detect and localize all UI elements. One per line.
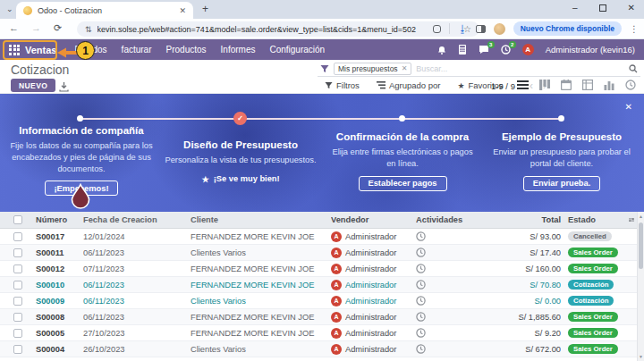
cell-activities[interactable] [416, 248, 487, 257]
table-row[interactable]: S00017 12/01/2024 FERNANDEZ MORE KEVIN J… [0, 229, 637, 245]
kanban-view-icon[interactable] [539, 80, 550, 90]
cell-number[interactable]: S00005 [36, 329, 83, 338]
cell-number[interactable]: S00008 [36, 313, 83, 322]
cell-activities[interactable] [416, 280, 487, 290]
search-input[interactable] [416, 64, 624, 73]
menu-productos[interactable]: Productos [166, 45, 207, 55]
cell-date[interactable]: 27/10/2023 [83, 329, 191, 338]
window-close-icon[interactable]: ✕ [628, 3, 635, 13]
cell-vendor[interactable]: A Administrador [331, 231, 416, 242]
header-number[interactable]: Número [36, 215, 83, 224]
search-icon[interactable] [629, 64, 638, 73]
row-checkbox[interactable] [13, 313, 22, 322]
url-text[interactable]: kevin.solse.pe/web#action=741&model=sale… [97, 25, 458, 34]
table-row[interactable]: S00005 27/10/2023 FERNANDEZ MORE KEVIN J… [0, 325, 637, 341]
activity-clock-icon[interactable] [416, 296, 426, 306]
browser-tab[interactable]: Odoo - Cotizacion ✕ [16, 2, 193, 19]
search-facet[interactable]: Mis presupuestos ✕ [334, 63, 411, 75]
table-row[interactable]: S00004 26/10/2023 Clientes Varios A Admi… [0, 341, 637, 357]
step-sample-button[interactable]: Enviar prueba. [523, 176, 601, 191]
cell-client[interactable]: FERNANDEZ MORE KEVIN JOE [191, 281, 331, 290]
cell-state[interactable]: Sales Order [561, 328, 629, 338]
user-name[interactable]: Administrador (kevin16) [546, 45, 635, 55]
cell-total[interactable]: S/ 9.20 [487, 329, 561, 338]
chrome-update-button[interactable]: Nuevo Chrome disponible [513, 21, 622, 36]
cell-date[interactable]: 06/11/2023 [83, 313, 191, 322]
cell-number[interactable]: S00011 [36, 248, 83, 257]
cell-total[interactable]: S/ 1,885.60 [487, 313, 561, 322]
activity-clock-icon[interactable] [416, 328, 426, 338]
row-checkbox[interactable] [13, 248, 22, 257]
pivot-view-icon[interactable] [582, 80, 593, 90]
cell-activities[interactable] [416, 231, 487, 241]
activity-clock-icon[interactable] [416, 248, 426, 257]
download-icon[interactable]: ⭳ [458, 24, 468, 34]
reload-icon[interactable]: ⟳ [54, 22, 62, 34]
cell-total[interactable]: S/ 160.00 [487, 264, 561, 273]
header-client[interactable]: Cliente [191, 215, 331, 224]
cell-date[interactable]: 07/11/2023 [83, 264, 191, 273]
cell-activities[interactable] [416, 344, 487, 354]
chrome-menu-icon[interactable]: ⋮ [630, 24, 639, 34]
new-tab-button[interactable]: + [202, 3, 208, 15]
cell-state[interactable]: Cotización [561, 280, 629, 290]
cell-vendor[interactable]: A Administrador [331, 296, 416, 306]
graph-view-icon[interactable] [604, 80, 614, 90]
cell-state[interactable]: Cotización [561, 296, 629, 306]
cell-client[interactable]: Clientes Varios [191, 297, 331, 306]
cell-number[interactable]: S00009 [36, 297, 83, 306]
cell-activities[interactable] [416, 328, 487, 338]
cell-number[interactable]: S00017 [36, 232, 83, 241]
group-by-button[interactable]: Agrupado por [377, 80, 441, 90]
cell-client[interactable]: FERNANDEZ MORE KEVIN JOE [191, 313, 331, 322]
tab-close-icon[interactable]: ✕ [179, 6, 186, 15]
cell-total[interactable]: S/ 672.00 [487, 345, 561, 354]
activity-clock-icon[interactable] [416, 280, 426, 290]
minimize-icon[interactable]: – [572, 3, 578, 13]
cell-date[interactable]: 12/01/2024 [83, 232, 191, 241]
new-button[interactable]: NUEVO [11, 79, 55, 92]
menu-informes[interactable]: Informes [221, 45, 256, 55]
user-avatar[interactable]: A [522, 44, 534, 55]
cell-date[interactable]: 06/11/2023 [83, 281, 191, 290]
header-date[interactable]: Fecha de Creacion [83, 215, 191, 224]
cell-state[interactable]: Sales Order [561, 312, 629, 322]
forward-icon[interactable]: → [31, 22, 41, 34]
cell-state[interactable]: Sales Order [561, 248, 629, 257]
cell-total[interactable]: S/ 17.40 [487, 248, 561, 257]
cell-number[interactable]: S00004 [36, 345, 83, 354]
scroll-down-icon[interactable]: ▼ [638, 354, 644, 359]
site-info-icon[interactable]: ⇅ [85, 25, 92, 34]
row-checkbox[interactable] [13, 329, 22, 338]
cell-vendor[interactable]: A Administrador [331, 328, 416, 339]
list-view-icon[interactable] [517, 80, 529, 90]
side-panel-icon[interactable] [476, 25, 486, 33]
cell-vendor[interactable]: A Administrador [331, 264, 416, 274]
activity-clock-icon[interactable] [416, 312, 426, 322]
cell-client[interactable]: FERNANDEZ MORE KEVIN JOE [191, 232, 331, 241]
calendar-view-icon[interactable] [561, 80, 572, 90]
cell-state[interactable]: Sales Order [561, 344, 629, 354]
activity-clock-icon[interactable] [416, 344, 426, 354]
activity-clock-icon[interactable] [416, 231, 426, 241]
cell-total[interactable]: S/ 70.80 [487, 281, 561, 290]
cell-vendor[interactable]: A Administrador [331, 248, 416, 258]
cell-state[interactable]: Sales Order [561, 264, 629, 273]
step-payments-button[interactable]: Establecer pagos [359, 176, 447, 191]
cell-client[interactable]: FERNANDEZ MORE KEVIN JOE [191, 329, 331, 338]
table-row[interactable]: S00011 06/11/2023 Clientes Varios A Admi… [0, 245, 637, 261]
row-checkbox[interactable] [13, 297, 22, 306]
cell-client[interactable]: FERNANDEZ MORE KEVIN JOE [191, 264, 331, 273]
tab-search-icon[interactable]: ⌄ [6, 4, 13, 13]
address-bar[interactable]: ⇅ kevin.solse.pe/web#action=741&model=sa… [77, 21, 479, 37]
cell-state[interactable]: Cancelled [561, 231, 629, 241]
header-total[interactable]: Total [487, 215, 561, 224]
row-checkbox[interactable] [13, 232, 22, 241]
banner-close-icon[interactable]: ✕ [625, 102, 632, 112]
header-activities[interactable]: Actividades [416, 215, 487, 224]
cell-activities[interactable] [416, 296, 487, 306]
table-scrollbar[interactable]: ▲ ▼ [637, 212, 644, 361]
menu-facturar[interactable]: facturar [122, 45, 152, 55]
cell-client[interactable]: Clientes Varios [191, 345, 331, 354]
cell-date[interactable]: 06/11/2023 [83, 248, 191, 257]
